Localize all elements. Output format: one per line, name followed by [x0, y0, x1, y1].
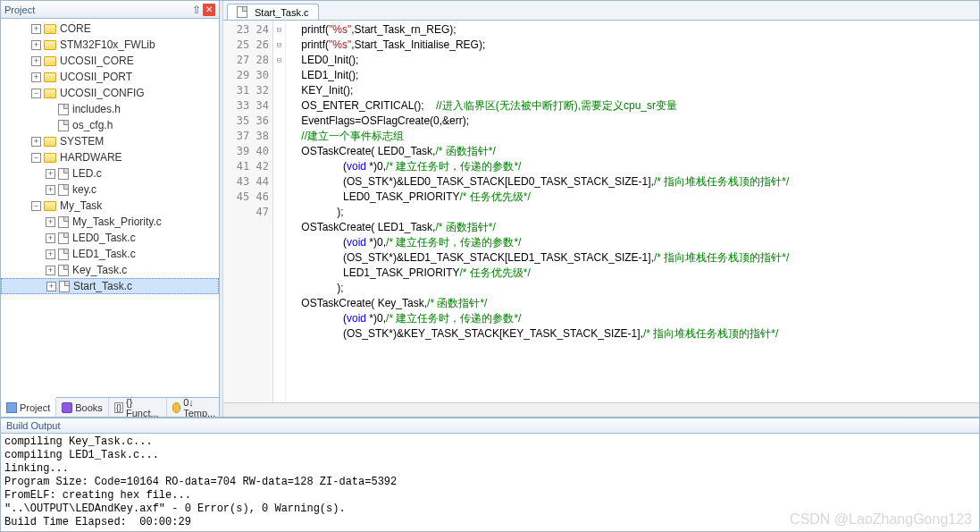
tree-label: key.c	[72, 183, 96, 196]
tree-label: HARDWARE	[60, 151, 122, 164]
tree-item[interactable]: −HARDWARE	[1, 149, 219, 165]
tree-label: includes.h	[72, 103, 121, 115]
folder-icon	[44, 24, 56, 34]
tree-item[interactable]: +LED.c	[1, 165, 219, 182]
expander-icon[interactable]: −	[31, 89, 41, 98]
file-icon	[58, 232, 69, 244]
editor-panel: Start_Task.c 23 24 25 26 27 28 29 30 31 …	[223, 1, 979, 417]
tree-label: LED.c	[72, 167, 102, 180]
file-icon	[237, 6, 247, 18]
project-tree[interactable]: +CORE+STM32F10x_FWLib+UCOSII_CORE+UCOSII…	[1, 19, 219, 397]
close-icon[interactable]: ✕	[203, 4, 215, 16]
expander-icon[interactable]: +	[46, 282, 56, 291]
expander-icon[interactable]: +	[46, 249, 55, 259]
code-area[interactable]: printf("%s",Start_Task_rn_REG); printf("…	[286, 21, 979, 402]
bottom-tab[interactable]: 0↓ Temp...	[167, 398, 224, 417]
bottom-tab[interactable]: {}{} Funct...	[109, 398, 167, 417]
tree-label: UCOSII_PORT	[60, 71, 132, 83]
build-output-panel: Build Output compiling Key_Task.c... com…	[1, 417, 979, 531]
tree-item[interactable]: +STM32F10x_FWLib	[1, 37, 219, 53]
project-panel: Project ⇧ ✕ +CORE+STM32F10x_FWLib+UCOSII…	[1, 1, 220, 417]
tree-item[interactable]: +LED1_Task.c	[1, 246, 219, 262]
expander-icon[interactable]: −	[31, 153, 41, 163]
bottom-tab-label: 0↓ Temp...	[183, 397, 217, 418]
project-panel-header: Project ⇧ ✕	[1, 1, 219, 19]
folder-icon	[44, 89, 56, 98]
tree-item[interactable]: +CORE	[1, 21, 219, 37]
expander-icon[interactable]: +	[31, 72, 41, 82]
expander-icon[interactable]: +	[46, 169, 55, 179]
expander-icon[interactable]: +	[31, 40, 41, 50]
file-icon	[58, 265, 69, 276]
tree-item[interactable]: +UCOSII_CORE	[1, 53, 219, 69]
tree-item[interactable]: −UCOSII_CONFIG	[1, 85, 219, 101]
tree-label: My_Task_Priority.c	[72, 215, 162, 228]
file-tab[interactable]: Start_Task.c	[227, 4, 319, 20]
expander-icon[interactable]: +	[31, 137, 41, 147]
bottom-tab[interactable]: Project	[1, 397, 56, 417]
tree-item[interactable]: +Key_Task.c	[1, 262, 219, 278]
tree-item[interactable]: +My_Task_Priority.c	[1, 214, 219, 230]
tree-item[interactable]: +SYSTEM	[1, 133, 219, 149]
expander-icon[interactable]: +	[31, 24, 41, 34]
tree-label: STM32F10x_FWLib	[60, 38, 155, 51]
tree-item[interactable]: −My_Task	[1, 198, 219, 214]
file-icon	[59, 281, 70, 292]
project-panel-title: Project	[4, 4, 192, 15]
func-icon: {}	[114, 402, 123, 413]
expander-icon[interactable]: +	[46, 185, 55, 195]
file-icon	[58, 184, 69, 196]
proj-icon	[6, 402, 17, 413]
pin-icon[interactable]: ⇧	[192, 4, 201, 16]
tree-item[interactable]: includes.h	[1, 101, 219, 117]
tree-item[interactable]: +UCOSII_PORT	[1, 69, 219, 85]
tree-label: Start_Task.c	[73, 280, 132, 292]
bottom-tab-label: Books	[75, 402, 103, 413]
output-body[interactable]: compiling Key_Task.c... compiling LED1_T…	[1, 434, 979, 531]
file-icon	[58, 168, 69, 180]
expander-icon[interactable]: +	[46, 233, 55, 243]
tree-label: CORE	[60, 22, 91, 35]
tree-item[interactable]: +Start_Task.c	[1, 278, 219, 294]
tree-label: My_Task	[60, 199, 102, 212]
bottom-tab-label: Project	[20, 402, 50, 413]
folder-icon	[44, 40, 56, 50]
horizontal-scrollbar[interactable]	[223, 402, 979, 417]
bottom-tabs: ProjectBooks{}{} Funct...0↓ Temp...	[1, 397, 219, 417]
file-icon	[58, 249, 69, 260]
bottom-tab[interactable]: Books	[56, 398, 109, 417]
file-icon	[58, 216, 69, 228]
file-icon	[58, 104, 69, 115]
folder-icon	[44, 201, 56, 211]
editor-tab-bar: Start_Task.c	[223, 1, 979, 21]
bottom-tab-label: {} Funct...	[126, 397, 161, 418]
tree-label: LED1_Task.c	[72, 248, 136, 260]
line-gutter: 23 24 25 26 27 28 29 30 31 32 33 34 35 3…	[223, 21, 273, 402]
tree-label: os_cfg.h	[72, 119, 113, 131]
file-icon	[58, 120, 69, 131]
books-icon	[62, 402, 72, 413]
folder-icon	[44, 137, 56, 147]
output-title: Build Output	[1, 418, 979, 434]
expander-icon[interactable]: +	[46, 217, 55, 227]
tree-label: UCOSII_CORE	[60, 55, 134, 67]
tree-item[interactable]: +key.c	[1, 182, 219, 198]
file-tab-label: Start_Task.c	[255, 7, 309, 18]
expander-icon[interactable]: +	[46, 266, 55, 275]
tree-label: Key_Task.c	[72, 264, 127, 276]
tree-item[interactable]: os_cfg.h	[1, 117, 219, 133]
folder-icon	[44, 72, 56, 82]
folder-icon	[44, 153, 56, 163]
tree-label: SYSTEM	[60, 135, 104, 148]
expander-icon[interactable]: +	[31, 56, 41, 66]
temp-icon	[172, 402, 181, 413]
expander-icon[interactable]: −	[31, 201, 41, 211]
folder-icon	[44, 56, 56, 66]
editor-body[interactable]: 23 24 25 26 27 28 29 30 31 32 33 34 35 3…	[223, 21, 979, 402]
tree-item[interactable]: +LED0_Task.c	[1, 230, 219, 246]
tree-label: LED0_Task.c	[72, 232, 136, 244]
tree-label: UCOSII_CONFIG	[60, 87, 145, 99]
fold-column[interactable]: ⊟ ⊟ ⊟	[273, 21, 286, 402]
